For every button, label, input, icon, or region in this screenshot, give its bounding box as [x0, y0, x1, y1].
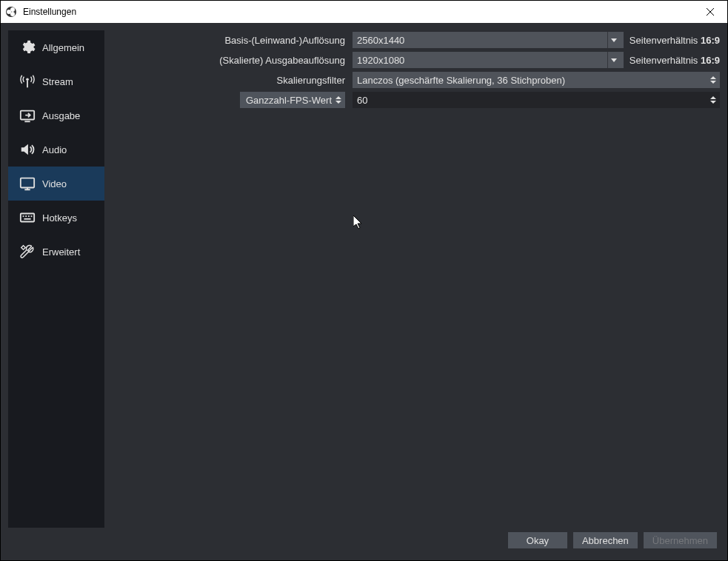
hotkeys-icon — [17, 209, 38, 226]
fps-value: 60 — [357, 95, 367, 106]
close-button[interactable] — [693, 1, 727, 23]
fps-value-field[interactable]: 60 — [353, 92, 720, 108]
sidebar-item-label: Ausgabe — [42, 110, 80, 121]
video-settings-pane: Basis-(Leinwand-)Auflösung 2560x1440 Sei… — [112, 30, 720, 528]
sidebar-item-label: Stream — [42, 76, 73, 87]
sidebar-item-advanced[interactable]: Erweitert — [8, 235, 104, 269]
svg-point-3 — [10, 12, 15, 16]
window-body: Allgemein Stream Ausgabe — [1, 23, 727, 560]
sidebar-item-label: Allgemein — [42, 42, 84, 53]
output-icon — [17, 107, 38, 124]
gear-icon — [17, 39, 38, 56]
output-resolution-value: 1920x1080 — [357, 55, 404, 66]
sidebar-item-general[interactable]: Allgemein — [8, 30, 104, 64]
stepper-icon — [708, 72, 718, 88]
downscale-filter-value: Lanczos (geschärfte Skalierung, 36 Stich… — [357, 75, 565, 86]
apply-button[interactable]: Übernehmen — [644, 532, 717, 548]
footer: Okay Abbrechen Übernehmen — [8, 528, 720, 553]
sidebar-item-label: Video — [42, 178, 67, 189]
svg-rect-6 — [21, 178, 34, 188]
window-title: Einstellungen — [23, 7, 76, 17]
fps-type-combo[interactable]: Ganzzahl-FPS-Wert — [240, 92, 345, 108]
sidebar-item-label: Audio — [42, 144, 67, 155]
settings-window: Einstellungen Allgemein Stream — [0, 0, 728, 561]
stepper-icon — [333, 92, 344, 108]
output-resolution-combo[interactable]: 1920x1080 — [353, 52, 624, 68]
svg-point-2 — [10, 7, 15, 12]
svg-point-4 — [26, 78, 29, 81]
chevron-down-icon — [607, 52, 621, 68]
fps-type-value: Ganzzahl-FPS-Wert — [246, 95, 332, 106]
close-icon — [707, 8, 714, 16]
downscale-filter-combo[interactable]: Lanczos (geschärfte Skalierung, 36 Stich… — [353, 72, 720, 88]
downscale-filter-label: Skalierungsfilter — [112, 75, 353, 86]
audio-icon — [17, 141, 38, 158]
svg-point-1 — [7, 10, 11, 14]
sidebar-item-label: Hotkeys — [42, 212, 77, 224]
titlebar: Einstellungen — [1, 1, 727, 23]
svg-rect-12 — [24, 218, 30, 220]
sidebar-item-hotkeys[interactable]: Hotkeys — [8, 201, 104, 235]
sidebar-item-stream[interactable]: Stream — [8, 64, 104, 98]
video-icon — [17, 175, 38, 192]
cancel-button[interactable]: Abbrechen — [573, 532, 638, 548]
cursor-icon — [353, 215, 364, 232]
base-resolution-combo[interactable]: 2560x1440 — [353, 32, 624, 48]
base-resolution-value: 2560x1440 — [357, 35, 404, 46]
svg-rect-10 — [28, 215, 30, 217]
output-resolution-aspect: Seitenverhältnis 16:9 — [630, 55, 720, 66]
stream-icon — [17, 73, 38, 90]
sidebar-item-video[interactable]: Video — [8, 167, 104, 201]
chevron-down-icon — [607, 32, 621, 48]
advanced-icon — [17, 243, 38, 260]
base-resolution-label: Basis-(Leinwand-)Auflösung — [112, 35, 353, 46]
sidebar-item-label: Erweitert — [42, 246, 80, 258]
ok-button[interactable]: Okay — [508, 532, 567, 548]
svg-rect-11 — [31, 215, 33, 217]
output-resolution-label: (Skalierte) Ausgabeauflösung — [112, 55, 353, 66]
svg-rect-9 — [25, 215, 27, 217]
svg-rect-7 — [21, 214, 34, 222]
base-resolution-aspect: Seitenverhältnis 16:9 — [630, 35, 720, 46]
sidebar-item-output[interactable]: Ausgabe — [8, 98, 104, 132]
sidebar: Allgemein Stream Ausgabe — [8, 30, 104, 528]
sidebar-item-audio[interactable]: Audio — [8, 132, 104, 167]
app-icon — [5, 6, 17, 18]
stepper-icon — [708, 92, 718, 108]
svg-rect-8 — [23, 215, 24, 217]
